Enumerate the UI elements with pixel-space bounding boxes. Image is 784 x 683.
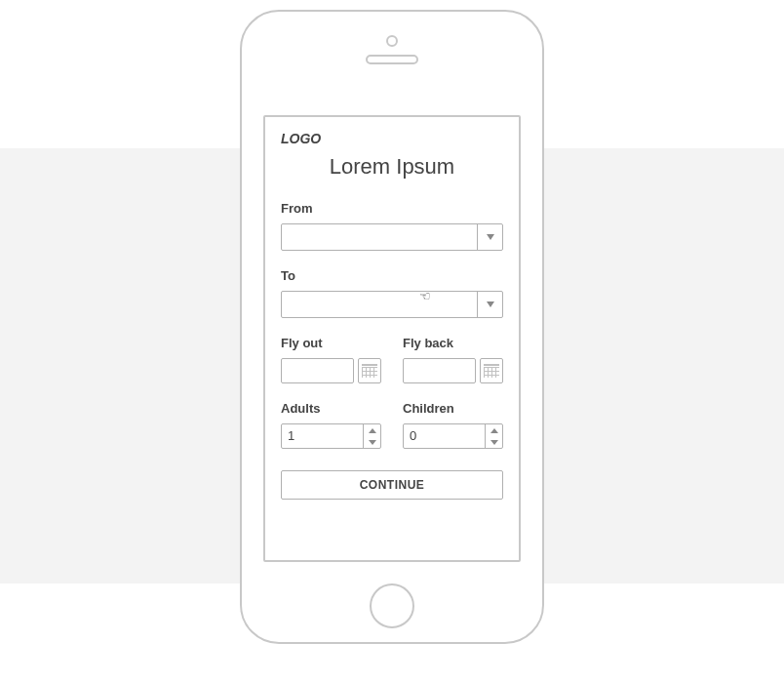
adults-stepper[interactable]: 1	[281, 423, 381, 449]
from-label: From	[281, 201, 503, 216]
fly-back-calendar-button[interactable]	[480, 358, 503, 383]
to-value	[282, 292, 477, 317]
continue-button[interactable]: CONTINUE	[281, 470, 503, 500]
logo: LOGO	[281, 131, 503, 146]
fly-out-calendar-button[interactable]	[358, 358, 381, 383]
children-stepper[interactable]: 0	[403, 423, 503, 449]
to-label: To	[281, 268, 503, 283]
children-increment-button[interactable]	[486, 424, 502, 436]
arrow-up-icon	[369, 428, 376, 433]
adults-label: Adults	[281, 401, 381, 416]
phone-camera-icon	[386, 35, 398, 47]
calendar-icon	[484, 364, 499, 378]
arrow-down-icon	[490, 440, 498, 445]
from-value	[282, 224, 477, 250]
arrow-down-icon	[369, 440, 376, 445]
adults-decrement-button[interactable]	[364, 436, 380, 448]
fly-out-input[interactable]	[281, 358, 354, 383]
to-select[interactable]	[281, 291, 503, 318]
children-decrement-button[interactable]	[486, 436, 502, 448]
phone-home-button[interactable]	[370, 583, 414, 628]
arrow-up-icon	[490, 428, 498, 433]
pax-row: Adults 1 Children 0	[281, 401, 503, 449]
page-title: Lorem Ipsum	[281, 154, 503, 180]
children-label: Children	[403, 401, 503, 416]
calendar-icon	[362, 364, 377, 378]
adults-value: 1	[282, 424, 363, 448]
to-dropdown-button[interactable]	[477, 292, 502, 317]
from-select[interactable]	[281, 223, 503, 251]
cursor-icon: ☜	[419, 289, 431, 303]
fly-out-label: Fly out	[281, 336, 381, 350]
from-dropdown-button[interactable]	[477, 224, 502, 250]
children-value: 0	[404, 424, 485, 448]
phone-speaker-icon	[366, 55, 418, 64]
date-row: Fly out Fly back	[281, 336, 503, 383]
fly-back-input[interactable]	[403, 358, 476, 383]
chevron-down-icon	[487, 301, 494, 307]
adults-step-buttons	[363, 424, 380, 448]
fly-back-field	[403, 358, 503, 383]
adults-increment-button[interactable]	[364, 424, 380, 436]
fly-out-field	[281, 358, 381, 383]
children-step-buttons	[485, 424, 502, 448]
fly-back-label: Fly back	[403, 336, 503, 350]
chevron-down-icon	[487, 234, 494, 240]
phone-frame: LOGO Lorem Ipsum From To Fly out	[240, 10, 544, 644]
app-screen: LOGO Lorem Ipsum From To Fly out	[263, 115, 521, 562]
